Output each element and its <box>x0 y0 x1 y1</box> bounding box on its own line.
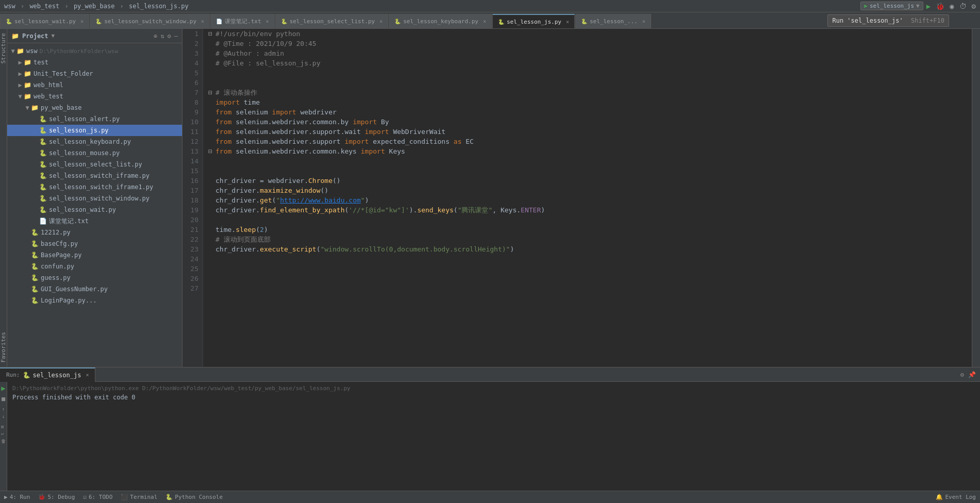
tree-item-sel-switch-iframe1[interactable]: ▶ 🐍 sel_lesson_switch_iframe1.py <box>7 181 182 193</box>
debug-status-icon: 🐞 <box>38 494 45 500</box>
code-editor[interactable]: 12345 678910 1112131415 1617181920 21222… <box>182 29 972 367</box>
run-tab[interactable]: Run: 🐍 sel_lesson_js × <box>0 367 95 382</box>
run-config-selector[interactable]: ▶ sel_lesson_js ▼ <box>860 2 923 10</box>
tab-sel-lesson-wait[interactable]: 🐍 sel_lesson_wait.py × <box>0 14 89 28</box>
dropdown-arrow[interactable]: ▼ <box>52 32 55 39</box>
tree-item-sel-switch-window[interactable]: ▶ 🐍 sel_lesson_switch_window.py <box>7 193 182 204</box>
tree-item-sel-js[interactable]: ▶ 🐍 sel_lesson_js.py <box>7 125 182 136</box>
tree-item-web-html[interactable]: ▶ 📁 web_html <box>7 79 182 91</box>
tree-item-gui-guess[interactable]: ▶ 🐍 GUI_GuessNumber.py <box>7 283 182 295</box>
tab-close-icon[interactable]: × <box>80 19 84 24</box>
tree-item-loginpage[interactable]: ▶ 🐍 LoginPage.py... <box>7 295 182 306</box>
tab-close-icon[interactable]: × <box>266 19 269 24</box>
code-line-9: from selenium import webdriver <box>208 107 967 117</box>
code-line-19: chr_driver.find_element_by_xpath('//*[@i… <box>208 205 967 215</box>
code-line-23: chr_driver.execute_script("window.scroll… <box>208 244 967 254</box>
code-line-1: ⊟#!/usr/bin/env python <box>208 29 967 39</box>
code-line-17: chr_driver.maximize_window() <box>208 186 967 195</box>
python-console-status-item[interactable]: 🐍 Python Console <box>165 494 223 500</box>
status-left-items: ▶ 4: Run 🐞 5: Debug ☑ 6: TODO ⬛ Terminal… <box>4 494 223 500</box>
expand-icon[interactable]: ⊞ <box>1 424 6 429</box>
tab-sel-lesson-switch-window[interactable]: 🐍 sel_lesson_switch_window.py × <box>90 14 210 28</box>
main-area: Structure Favorites 📁 Project ▼ ⊕ ⇅ ⚙ — … <box>0 29 980 367</box>
tab-close-icon[interactable]: × <box>201 19 204 24</box>
title-project: wsw › web_test › py_web_base › sel_lesso… <box>4 3 189 10</box>
tree-item-unit-test[interactable]: ▶ 📁 Unit_Test_Folder <box>7 68 182 79</box>
project-settings-icon[interactable]: ⊕ <box>154 32 157 40</box>
tree-item-sel-wait[interactable]: ▶ 🐍 sel_lesson_wait.py <box>7 204 182 215</box>
scroll-down-icon[interactable]: ↓ <box>2 414 5 419</box>
tree-item-guess[interactable]: ▶ 🐍 guess.py <box>7 272 182 283</box>
tab-close-icon[interactable]: × <box>483 19 486 24</box>
tab-sel-lesson-select-list[interactable]: 🐍 sel_lesson_select_list.py × <box>275 14 389 28</box>
folder-icon: 📁 <box>11 32 19 40</box>
tree-item-web-test[interactable]: ▼ 📁 web_test <box>7 91 182 102</box>
profile-button[interactable]: ⏱ <box>957 1 969 11</box>
project-title: Project <box>22 32 48 40</box>
right-scrollbar[interactable] <box>972 29 980 367</box>
tree-item-sel-select[interactable]: ▶ 🐍 sel_lesson_select_list.py <box>7 159 182 170</box>
py-file-icon: 🐍 <box>498 19 504 25</box>
tree-item-notes[interactable]: ▶ 📄 课堂笔记.txt <box>7 215 182 227</box>
code-line-20 <box>208 215 967 225</box>
code-line-18: chr_driver.get("http://www.baidu.com") <box>208 195 967 205</box>
code-line-3: # @Author : admin <box>208 48 967 58</box>
code-line-12: from selenium.webdriver.support import e… <box>208 137 967 146</box>
project-sync-icon[interactable]: ⇅ <box>160 32 164 40</box>
tree-item-sel-alert[interactable]: ▶ 🐍 sel_lesson_alert.py <box>7 113 182 125</box>
toolbar-right: ▶ sel_lesson_js ▼ Run 'sel_lesson_js' Sh… <box>860 0 980 12</box>
tree-item-test[interactable]: ▶ 📁 test <box>7 57 182 68</box>
scroll-up-icon[interactable]: ↑ <box>2 407 5 412</box>
tree-item-sel-switch-iframe[interactable]: ▶ 🐍 sel_lesson_switch_iframe.py <box>7 170 182 181</box>
tree-item-sel-mouse[interactable]: ▶ 🐍 sel_lesson_mouse.py <box>7 147 182 159</box>
tab-notes[interactable]: 📄 课堂笔记.txt × <box>210 14 275 28</box>
python-console-icon: 🐍 <box>165 494 173 500</box>
run-tab-close-icon[interactable]: × <box>86 372 89 378</box>
debug-button[interactable]: 🐞 <box>934 1 946 11</box>
bottom-pin-icon[interactable]: 📌 <box>968 371 976 378</box>
tab-close-icon[interactable]: × <box>566 19 569 25</box>
run-status-item[interactable]: ▶ 4: Run <box>4 494 30 500</box>
run-tab-file-icon: 🐍 <box>23 372 30 379</box>
event-log-status-item[interactable]: 🔔 Event Log <box>936 494 976 500</box>
tree-item-wsw[interactable]: ▼ 📁 wsw D:\PythonWorkFolder\wsw <box>7 45 182 57</box>
settings-icon[interactable]: ⚙ <box>970 1 978 11</box>
code-line-24 <box>208 254 967 264</box>
favorites-tab[interactable]: Favorites <box>0 330 7 365</box>
project-panel-header: 📁 Project ▼ ⊕ ⇅ ⚙ — <box>7 29 182 43</box>
code-line-13: ⊟from selenium.webdriver.common.keys imp… <box>208 146 967 156</box>
wrap-icon[interactable]: ↩ <box>1 431 6 437</box>
py-file-icon: 🐍 <box>581 19 587 24</box>
code-line-4: # @File : sel_lesson_js.py <box>208 58 967 68</box>
coverage-button[interactable]: ◉ <box>948 1 956 11</box>
bottom-settings-icon[interactable]: ⚙ <box>960 371 964 378</box>
tab-sel-lesson-more[interactable]: 🐍 sel_lesson_... × <box>575 14 651 28</box>
tree-item-basecfg[interactable]: ▶ 🐍 baseCfg.py <box>7 238 182 249</box>
editor-area[interactable]: 12345 678910 1112131415 1617181920 21222… <box>182 29 972 367</box>
debug-status-item[interactable]: 🐞 5: Debug <box>38 494 75 500</box>
delete-icon[interactable]: 🗑 <box>1 439 6 444</box>
tab-close-icon[interactable]: × <box>379 19 383 24</box>
run-button[interactable]: ▶ <box>924 1 933 11</box>
structure-tab[interactable]: Structure <box>0 31 7 66</box>
run-again-button[interactable]: ▶ <box>1 384 5 392</box>
code-line-6 <box>208 78 967 88</box>
py-file-icon: 🐍 <box>394 19 401 24</box>
tree-item-basepage[interactable]: ▶ 🐍 BasePage.py <box>7 249 182 261</box>
line-numbers: 12345 678910 1112131415 1617181920 21222… <box>182 29 203 367</box>
stop-button[interactable]: ■ <box>2 395 5 403</box>
tab-close-icon[interactable]: × <box>642 19 645 24</box>
bottom-panel: Run: 🐍 sel_lesson_js × ⚙ 📌 ▶ ■ ↑ ↓ ⊞ ↩ 🗑 <box>0 367 980 491</box>
project-minimize-icon[interactable]: — <box>174 32 178 40</box>
tab-sel-lesson-js[interactable]: 🐍 sel_lesson_js.py × <box>492 14 575 28</box>
terminal-icon: ⬛ <box>121 494 128 500</box>
project-gear-icon[interactable]: ⚙ <box>168 32 171 40</box>
console-output: D:\PythonWorkFolder\python\python.exe D:… <box>7 382 980 491</box>
todo-status-item[interactable]: ☑ 6: TODO <box>83 494 112 500</box>
tree-item-py-web-base[interactable]: ▼ 📁 py_web_base <box>7 102 182 113</box>
tree-item-confun[interactable]: ▶ 🐍 confun.py <box>7 261 182 272</box>
terminal-status-item[interactable]: ⬛ Terminal <box>121 494 157 500</box>
tab-sel-lesson-keyboard[interactable]: 🐍 sel_lesson_keyboard.py × <box>389 14 492 28</box>
tree-item-12212[interactable]: ▶ 🐍 12212.py <box>7 227 182 238</box>
tree-item-sel-keyboard[interactable]: ▶ 🐍 sel_lesson_keyboard.py <box>7 136 182 147</box>
